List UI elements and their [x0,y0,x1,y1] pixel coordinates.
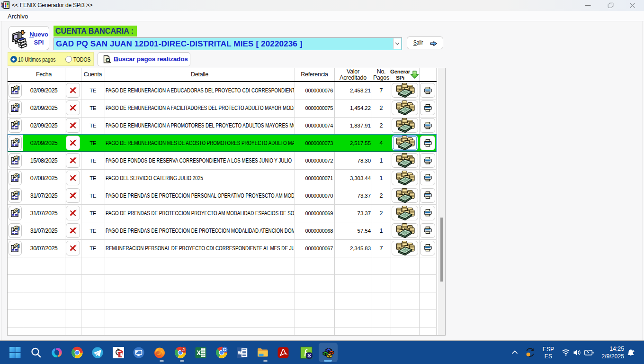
svg-text:z: z [633,348,635,353]
svg-text:J: J [182,347,185,352]
